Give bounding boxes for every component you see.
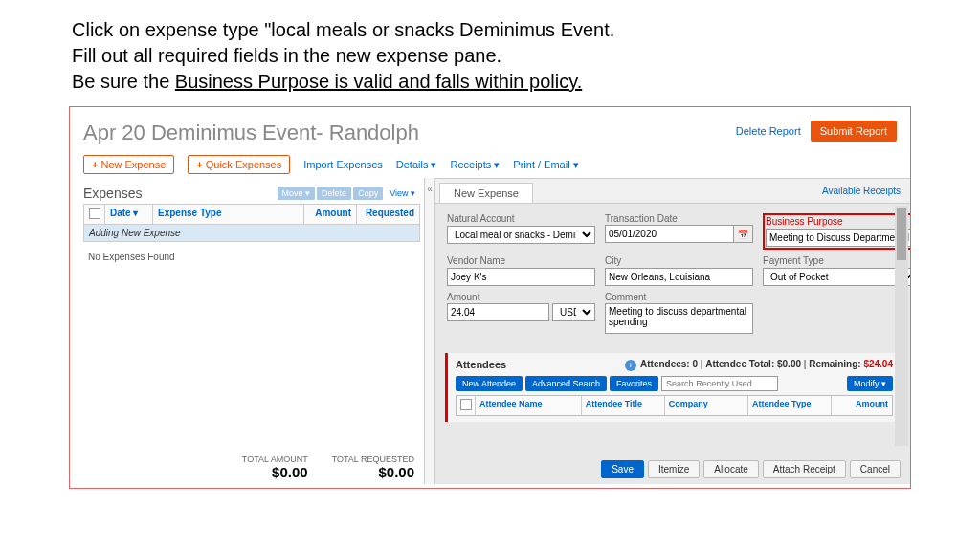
expense-app: Apr 20 Deminimus Event- Randolph Delete … <box>69 106 911 489</box>
new-attendee-button[interactable]: New Attendee <box>456 376 523 391</box>
cancel-button[interactable]: Cancel <box>850 460 901 478</box>
col-attendee-title[interactable]: Attendee Title <box>582 396 665 415</box>
total-amount-value: $0.00 <box>242 464 308 480</box>
business-purpose-input[interactable] <box>766 229 910 247</box>
new-expense-pane: New Expense Available Receipts Natural A… <box>435 178 910 484</box>
quick-expenses-button[interactable]: +Quick Expenses <box>188 155 290 174</box>
amount-field: Amount USD <box>447 292 595 338</box>
collapse-handle[interactable]: « <box>424 178 435 484</box>
amount-input[interactable] <box>447 303 549 321</box>
new-expense-button[interactable]: +New Expense <box>83 155 174 174</box>
transaction-date-input[interactable] <box>605 225 734 243</box>
copy-button[interactable]: Copy <box>353 187 383 200</box>
city-input[interactable] <box>605 268 753 286</box>
expenses-list-pane: Expenses Move ▾ Delete Copy View ▾ Date … <box>70 178 424 484</box>
payment-type-field: Payment Type Out of Pocket <box>763 255 910 286</box>
transaction-date-field: Transaction Date 📅 <box>605 213 753 250</box>
col-attendee-amount[interactable]: Amount <box>832 396 892 415</box>
attendees-heading: Attendees <box>456 359 506 371</box>
instruction-text: Click on expense type "local meals or sn… <box>0 0 980 102</box>
scrollbar[interactable] <box>895 206 908 446</box>
natural-account-field: Natural Account Local meal or snacks - D… <box>447 213 595 250</box>
comment-textarea[interactable]: Meeting to discuss departmental spending <box>605 303 753 334</box>
expenses-heading: Expenses <box>83 186 142 201</box>
attendee-table-header: Attendee Name Attendee Title Company Att… <box>456 395 893 416</box>
save-button[interactable]: Save <box>601 460 644 478</box>
payment-type-select[interactable]: Out of Pocket <box>763 268 910 286</box>
available-receipts-link[interactable]: Available Receipts <box>822 186 901 196</box>
business-purpose-field: Business Purpose <box>763 213 910 250</box>
delete-button[interactable]: Delete <box>317 187 351 200</box>
select-all-checkbox[interactable] <box>89 208 100 219</box>
total-amount-label: TOTAL AMOUNT <box>242 454 308 464</box>
comment-field: Comment Meeting to discuss departmental … <box>605 292 753 338</box>
receipts-menu[interactable]: Receipts ▾ <box>450 159 500 171</box>
calendar-icon[interactable]: 📅 <box>734 225 753 243</box>
adding-new-expense-row: Adding New Expense <box>83 225 420 242</box>
modify-button[interactable]: Modify ▾ <box>847 376 893 391</box>
allocate-button[interactable]: Allocate <box>703 460 759 478</box>
attach-receipt-button[interactable]: Attach Receipt <box>763 460 846 478</box>
move-button[interactable]: Move ▾ <box>278 187 316 200</box>
col-attendee-name[interactable]: Attendee Name <box>476 396 582 415</box>
vendor-name-input[interactable] <box>447 268 595 286</box>
no-expenses-text: No Expenses Found <box>83 242 420 272</box>
print-email-menu[interactable]: Print / Email ▾ <box>513 159 578 171</box>
total-requested-label: TOTAL REQUESTED <box>332 454 414 464</box>
remaining-amount: $24.04 <box>863 359 893 369</box>
attendees-section: Attendees iAttendees: 0 | Attendee Total… <box>445 353 901 422</box>
itemize-button[interactable]: Itemize <box>648 460 700 478</box>
col-expense-type[interactable]: Expense Type <box>153 205 304 224</box>
view-menu[interactable]: View ▾ <box>385 187 420 200</box>
submit-report-button[interactable]: Submit Report <box>811 121 897 142</box>
col-attendee-type[interactable]: Attendee Type <box>748 396 832 415</box>
city-field: City <box>605 255 753 286</box>
total-requested-value: $0.00 <box>332 464 414 480</box>
natural-account-select[interactable]: Local meal or snacks - Demir <box>447 226 595 244</box>
favorites-button[interactable]: Favorites <box>610 376 658 391</box>
advanced-search-button[interactable]: Advanced Search <box>525 376 607 391</box>
currency-select[interactable]: USD <box>552 303 595 321</box>
search-attendees-input[interactable] <box>661 376 778 391</box>
col-company[interactable]: Company <box>665 396 748 415</box>
delete-report-link[interactable]: Delete Report <box>736 125 801 137</box>
info-icon: i <box>625 360 636 371</box>
attendee-select-all-checkbox[interactable] <box>460 399 472 410</box>
details-menu[interactable]: Details ▾ <box>396 159 437 171</box>
expense-table-header: Date ▾ Expense Type Amount Requested <box>83 204 420 225</box>
col-requested[interactable]: Requested <box>357 205 419 224</box>
vendor-name-field: Vendor Name <box>447 255 595 286</box>
import-expenses-link[interactable]: Import Expenses <box>303 159 383 170</box>
col-amount[interactable]: Amount <box>304 205 357 224</box>
report-title: Apr 20 Deminimus Event- Randolph <box>83 121 419 145</box>
tab-new-expense[interactable]: New Expense <box>439 183 533 203</box>
col-date[interactable]: Date ▾ <box>105 205 153 224</box>
